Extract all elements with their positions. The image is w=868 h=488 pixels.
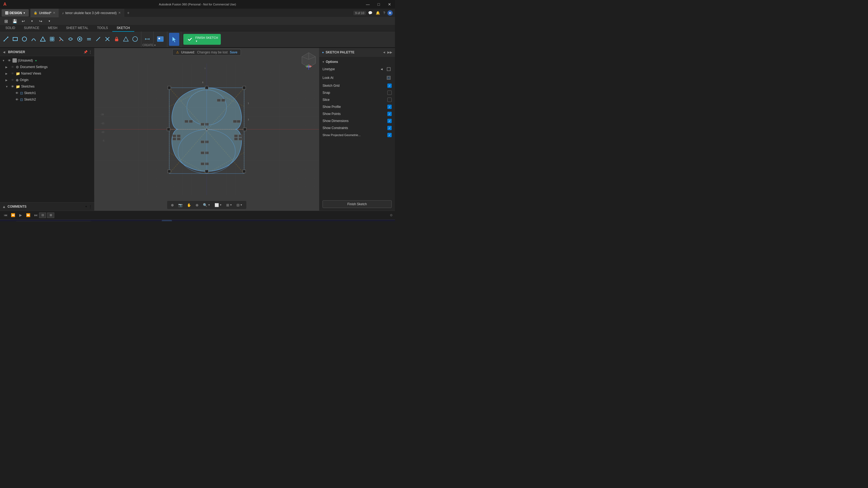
taskbar-chrome[interactable]: 🌐 [129,220,140,222]
help-icon[interactable]: ? [382,10,386,16]
tab-ukulele[interactable]: ♪ tenor ukulele face 3 (v8~recovered) ✕ [59,9,124,18]
app-menu-button[interactable]: ⊞ [2,18,10,24]
sketch-tool-2[interactable] [75,33,84,46]
show-constraints-checkbox[interactable]: ✓ [388,126,392,130]
sketch-tool-1[interactable] [66,33,75,46]
tree-item-sketch2[interactable]: 👁 ⊡ Sketch2 [0,96,94,103]
frame-select-button[interactable]: ⊞ [47,213,54,218]
search-bar[interactable]: 🔍 [13,221,94,222]
tree-toggle-root[interactable]: ▼ [2,59,6,62]
tree-item-root[interactable]: ▼ 👁 (Unsaved) ● [0,57,94,64]
more-shapes-button[interactable] [48,33,56,46]
create-section-label[interactable]: CREATE ▼ [143,43,156,46]
tree-item-doc-settings[interactable]: ▶ 👁 ⚙ Document Settings [0,64,94,70]
show-dimensions-checkbox[interactable]: ✓ [388,119,392,123]
redo-dropdown-button[interactable]: ▼ [45,18,53,24]
palette-options-section[interactable]: ▼ Options [319,59,395,65]
polygon-tool-button[interactable] [38,33,47,46]
tree-item-sketch1[interactable]: 👁 ⊡ Sketch1 [0,90,94,96]
orbit-button[interactable]: ⊕ [194,202,200,208]
mode-tab-sheet-metal[interactable]: SHEET METAL [62,25,93,32]
frame-border-button[interactable]: ⊟ [39,213,46,218]
environment-button[interactable]: ⊟▼ [235,202,244,208]
browser-pin-button[interactable]: 📌 [84,50,88,54]
tree-vis-sketch1[interactable]: 👁 [14,91,19,95]
save-button[interactable]: 💾 [11,18,19,24]
sketch-tool-6[interactable] [131,33,140,46]
notification-icon[interactable]: 🔔 [375,10,381,16]
playback-play-button[interactable]: ▶ [18,212,24,219]
tree-item-named-views[interactable]: ▶ 👁 📁 Named Views [0,70,94,77]
mode-tab-sketch[interactable]: SKETCH [112,25,134,32]
camera-button[interactable]: 📷 [177,202,184,208]
tree-vis-sketches[interactable]: 👁 [10,85,14,88]
display-settings-button[interactable]: ⬜▼ [213,202,223,208]
finish-sketch-palette-button[interactable]: Finish Sketch [322,200,392,208]
playback-prev-button[interactable]: ⏪ [10,212,16,219]
playback-first-button[interactable]: ⏮ [2,212,9,219]
tree-toggle-sketches[interactable]: ▼ [5,85,9,88]
zoom-button[interactable]: 🔍▼ [201,202,212,208]
snap-checkbox[interactable] [388,91,392,95]
linetype-arrow-icon[interactable]: ◄ [379,66,384,72]
tree-vis-root[interactable]: 👁 [7,59,11,62]
circle-tool-button[interactable] [20,33,29,46]
trim-tool-button[interactable] [57,33,66,46]
mode-tab-solid[interactable]: SOLID [1,25,20,32]
insert-image-button[interactable] [155,33,165,46]
playback-next-button[interactable]: ⏩ [25,212,31,219]
sketch-tool-4[interactable] [103,33,112,46]
taskbar-taskview[interactable]: ⊡ [97,220,107,222]
line-tool-button[interactable] [2,33,10,46]
mode-tab-mesh[interactable]: MESH [44,25,62,32]
playback-last-button[interactable]: ⏭ [33,212,39,219]
rectangle-tool-button[interactable] [11,33,20,46]
minimize-button[interactable]: — [362,0,373,9]
snap-to-grid-button[interactable]: ⊕ [169,202,176,208]
grid-display-button[interactable]: ⊞▼ [225,202,234,208]
taskbar-word[interactable]: 📝 [151,220,161,222]
linetype-box-icon[interactable] [386,66,392,72]
browser-menu-button[interactable]: ⋮ [89,50,92,54]
finish-sketch-ribbon-button[interactable]: FINISH SKETCH ▼ [183,34,221,45]
maximize-button[interactable]: □ [373,0,384,9]
close-button[interactable]: ✕ [384,0,395,9]
undo-dropdown-button[interactable]: ▼ [28,18,36,24]
select-button[interactable] [169,33,179,46]
palette-pin-button[interactable]: ◄ [382,51,386,54]
tree-toggle-doc-settings[interactable]: ▶ [5,66,9,69]
undo-button[interactable]: ↩ [20,18,27,24]
design-button[interactable]: ⊞ DESIGN ▼ [2,9,29,17]
tree-toggle-origin[interactable]: ▶ [5,78,9,82]
sidebar-collapse-button[interactable]: ◄ [2,50,6,54]
new-tab-button[interactable]: + [124,9,132,18]
chat-icon[interactable]: 💬 [367,10,373,16]
mode-tab-surface[interactable]: SURFACE [20,25,44,32]
user-icon[interactable]: H [388,10,393,16]
pan-button[interactable]: ✋ [185,202,193,208]
lookat-icon[interactable] [386,75,392,81]
mode-tab-tools[interactable]: TOOLS [93,25,112,32]
tree-toggle-named-views[interactable]: ▶ [5,72,9,75]
tab-untitled[interactable]: 🔒 Untitled* ✕ [30,9,59,18]
save-link[interactable]: Save [230,51,237,54]
start-button[interactable]: ⊞ [1,220,12,222]
fix-constraint-button[interactable] [112,33,121,46]
taskbar-vs-code[interactable]: ≋ [140,220,150,222]
tree-vis-sketch2[interactable]: 👁 [14,98,19,101]
comments-menu-button[interactable]: ⋮ [89,205,92,208]
palette-expand-button[interactable]: ▶▶ [388,51,392,54]
tab-close-untitled[interactable]: ✕ [53,11,55,14]
sketch-grid-checkbox[interactable]: ✓ [388,84,392,88]
taskbar-file-explorer[interactable]: 📁 [107,220,118,222]
sketch-tool-3[interactable] [94,33,102,46]
show-projected-checkbox[interactable]: ✓ [388,133,392,137]
tree-item-sketches[interactable]: ▼ 👁 📁 Sketches [0,83,94,90]
tree-item-origin[interactable]: ▶ 👁 ⊕ Origin [0,77,94,83]
comments-add-button[interactable]: + [85,205,87,208]
equal-constraint-button[interactable] [85,33,93,46]
taskbar-app1[interactable]: 🎮 [118,220,129,222]
show-points-checkbox[interactable]: ✓ [388,112,392,116]
show-profile-checkbox[interactable]: ✓ [388,105,392,109]
viewport[interactable]: -20 -15 -10 -5 0 5 5 0 ⚠ Unsaved: Change… [94,48,319,210]
